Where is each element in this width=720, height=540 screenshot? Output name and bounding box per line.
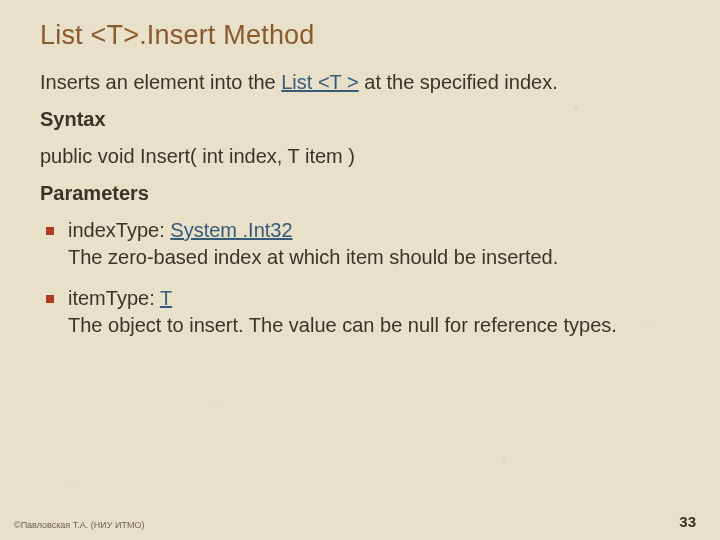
slide-title: List <T>.Insert Method <box>40 20 680 51</box>
intro-paragraph: Inserts an element into the List <T > at… <box>40 69 680 96</box>
page-number: 33 <box>679 513 696 530</box>
list-item: itemType: T The object to insert. The va… <box>68 285 680 339</box>
param-desc: The zero-based index at which item shoul… <box>68 246 558 268</box>
footer-copyright: ©Павловская Т.А. (НИУ ИТМО) <box>14 520 144 530</box>
slide: List <T>.Insert Method Inserts an elemen… <box>0 0 720 540</box>
list-t-link[interactable]: List <T > <box>281 71 358 93</box>
syntax-code: public void Insert( int index, T item ) <box>40 143 680 170</box>
param-type-link[interactable]: System .Int32 <box>170 219 292 241</box>
syntax-heading: Syntax <box>40 106 680 133</box>
list-item: indexType: System .Int32 The zero-based … <box>68 217 680 271</box>
param-desc: The object to insert. The value can be n… <box>68 314 617 336</box>
param-name: itemType: <box>68 287 160 309</box>
param-type-link[interactable]: T <box>160 287 172 309</box>
intro-text-before: Inserts an element into the <box>40 71 281 93</box>
param-name: indexType: <box>68 219 170 241</box>
parameters-list: indexType: System .Int32 The zero-based … <box>40 217 680 339</box>
slide-body: Inserts an element into the List <T > at… <box>40 69 680 339</box>
parameters-heading: Parameters <box>40 180 680 207</box>
intro-text-after: at the specified index. <box>359 71 558 93</box>
